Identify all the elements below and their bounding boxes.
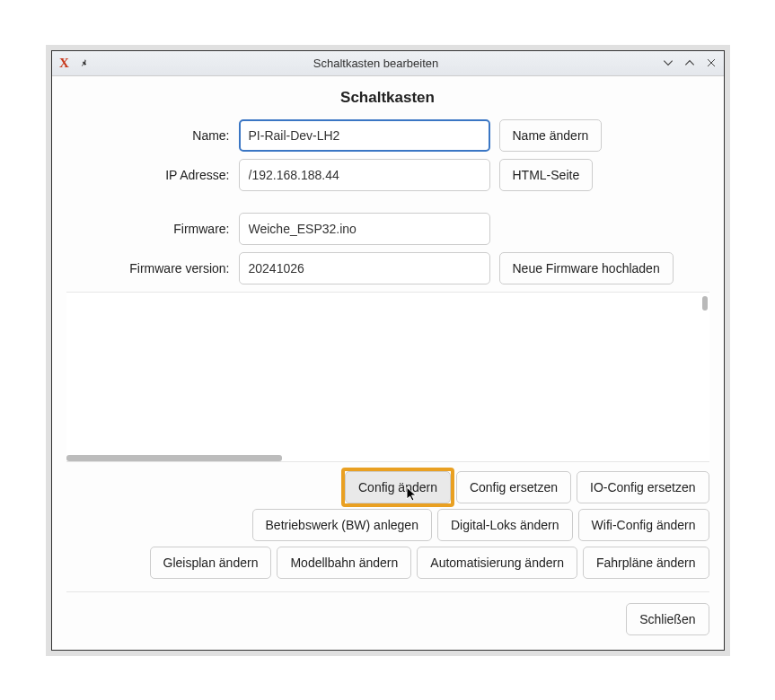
page-title: Schaltkasten <box>66 89 709 107</box>
upload-firmware-button[interactable]: Neue Firmware hochladen <box>499 252 674 284</box>
firmware-version-input[interactable] <box>239 252 490 284</box>
label-firmware-version: Firmware version: <box>66 261 230 276</box>
window-title: Schaltkasten bearbeiten <box>92 57 661 70</box>
minimize-icon[interactable] <box>661 56 675 70</box>
change-name-button[interactable]: Name ändern <box>499 119 603 152</box>
firmware-input[interactable] <box>239 213 490 245</box>
gleisplan-button[interactable]: Gleisplan ändern <box>150 547 272 579</box>
wifi-config-button[interactable]: Wifi-Config ändern <box>578 509 709 541</box>
log-textarea[interactable] <box>66 292 709 462</box>
html-page-button[interactable]: HTML-Seite <box>499 159 594 191</box>
close-icon[interactable] <box>704 56 718 70</box>
row-ip: IP Adresse: HTML-Seite <box>66 159 709 191</box>
label-ip: IP Adresse: <box>66 168 230 182</box>
label-firmware: Firmware: <box>66 222 230 236</box>
io-config-replace-button[interactable]: IO-Config ersetzen <box>577 471 709 503</box>
fahrplaene-button[interactable]: Fahrpläne ändern <box>583 547 709 579</box>
dialog-content: Schaltkasten Name: Name ändern IP Adress… <box>52 76 724 650</box>
row-firmware: Firmware: <box>66 213 709 245</box>
name-input[interactable] <box>239 119 490 152</box>
highlighted-button: Config ändern <box>341 468 454 507</box>
modellbahn-button[interactable]: Modellbahn ändern <box>277 547 411 579</box>
vertical-scrollbar[interactable] <box>702 296 708 311</box>
row-firmware-version: Firmware version: Neue Firmware hochlade… <box>66 252 709 284</box>
horizontal-scrollbar[interactable] <box>66 455 282 461</box>
pin-icon[interactable] <box>77 56 92 70</box>
label-name: Name: <box>66 128 230 143</box>
bw-create-button[interactable]: Betriebswerk (BW) anlegen <box>252 509 432 541</box>
row-name: Name: Name ändern <box>66 119 709 152</box>
action-buttons: Config ändern Config ersetzen IO-Config … <box>66 471 709 579</box>
digital-loks-button[interactable]: Digital-Loks ändern <box>437 509 573 541</box>
automatisierung-button[interactable]: Automatisierung ändern <box>417 547 577 579</box>
dialog-window: X Schaltkasten bearbeiten Schaltkasten N… <box>51 50 725 651</box>
close-button[interactable]: Schließen <box>626 603 709 635</box>
app-icon: X <box>57 56 72 70</box>
ip-input[interactable] <box>239 159 490 191</box>
config-change-button[interactable]: Config ändern <box>345 471 451 503</box>
config-replace-button[interactable]: Config ersetzen <box>456 471 571 503</box>
maximize-icon[interactable] <box>683 56 697 70</box>
titlebar: X Schaltkasten bearbeiten <box>52 51 724 76</box>
